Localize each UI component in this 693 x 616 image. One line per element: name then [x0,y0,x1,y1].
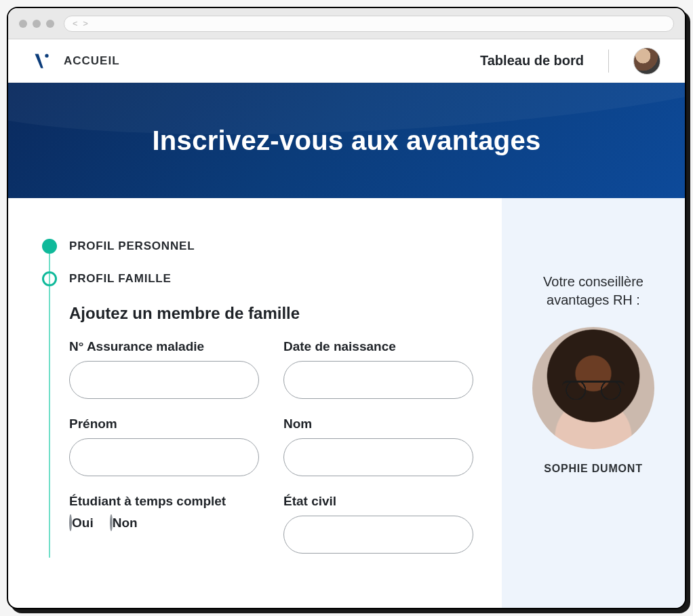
field-firstname: Prénom [69,417,259,476]
step-family-profile[interactable]: PROFIL FAMILLE [42,271,481,286]
step-personal-profile[interactable]: PROFIL PERSONNEL [42,239,481,254]
window-dot[interactable] [19,20,27,28]
step-label: PROFIL FAMILLE [69,272,172,286]
window-controls[interactable] [19,20,54,28]
label-firstname: Prénom [69,417,259,431]
url-nav-icons: < > [73,18,90,28]
label-fulltime-student: Étudiant à temps complet [69,494,259,509]
progress-steps: PROFIL PERSONNEL PROFIL FAMILLE [42,239,481,286]
user-avatar[interactable] [633,47,660,75]
field-fulltime-student: Étudiant à temps complet Oui Non [69,494,259,554]
url-bar[interactable]: < > [64,16,674,32]
browser-chrome: < > [8,8,685,39]
label-marital-status: État civil [283,494,473,509]
field-health-insurance: N° Assurance maladie [69,339,259,399]
input-firstname[interactable] [69,438,259,476]
window-dot[interactable] [33,20,41,28]
label-lastname: Nom [283,417,473,431]
family-member-form: N° Assurance maladie Date de naissance P… [69,339,481,554]
radio-label: Non [113,516,138,530]
advisor-photo [532,327,654,449]
input-marital-status[interactable] [283,516,473,554]
input-health-insurance[interactable] [69,361,259,399]
page-title: Inscrivez-vous aux avantages [152,126,540,156]
hero-banner: Inscrivez-vous aux avantages [8,83,685,198]
field-marital-status: État civil [283,494,473,554]
radio-student-yes[interactable]: Oui [69,516,94,531]
window-dot[interactable] [46,20,54,28]
step-bullet-done-icon [42,239,57,254]
step-label: PROFIL PERSONNEL [69,239,195,253]
nav-home-link[interactable]: ACCUEIL [64,54,120,68]
advisor-panel: Votre conseillère avantages RH : SOPHIE … [502,198,685,608]
field-birthdate: Date de naissance [283,339,473,399]
nav-dashboard-link[interactable]: Tableau de bord [480,53,584,69]
top-nav: ACCUEIL Tableau de bord [8,39,685,83]
brand-logo-icon[interactable] [33,52,52,71]
radio-student-no[interactable]: Non [110,516,138,531]
label-birthdate: Date de naissance [283,339,473,354]
content: PROFIL PERSONNEL PROFIL FAMILLE Ajoutez … [8,198,685,608]
svg-point-0 [45,54,48,57]
section-title: Ajoutez un membre de famille [69,304,481,323]
nav-divider [608,50,609,73]
step-connector [49,254,50,558]
input-lastname[interactable] [283,438,473,476]
main-column: PROFIL PERSONNEL PROFIL FAMILLE Ajoutez … [8,198,502,608]
app-window: < > ACCUEIL Tableau de bord Inscrivez-vo… [7,7,686,609]
advisor-name: SOPHIE DUMONT [518,463,669,475]
input-birthdate[interactable] [283,361,473,399]
advisor-panel-title: Votre conseillère avantages RH : [518,273,669,309]
field-lastname: Nom [283,417,473,476]
label-health-insurance: N° Assurance maladie [69,339,259,354]
radio-label: Oui [72,516,94,530]
